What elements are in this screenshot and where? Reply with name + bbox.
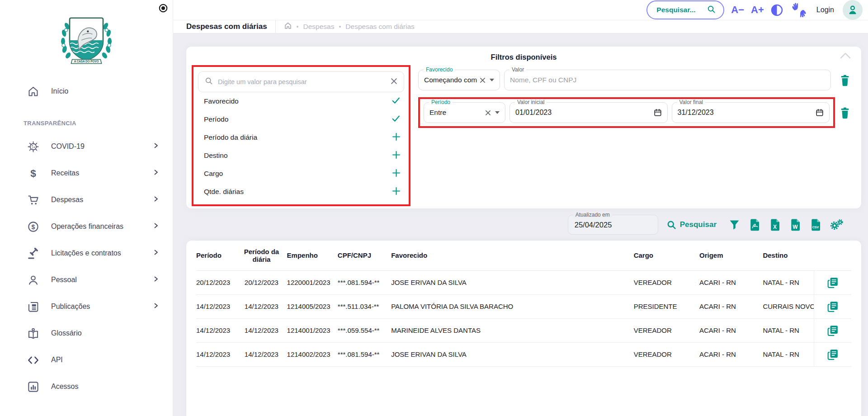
favorecido-value-field[interactable]: Valor xyxy=(504,70,831,90)
sidebar-item-receitas[interactable]: $ Receitas xyxy=(0,163,173,183)
collapse-chevron-icon[interactable] xyxy=(840,52,851,61)
cell-destino: NATAL - RN xyxy=(763,270,814,294)
sidebar: A CASA DO POVO Início TRANSPARÊNCIA COVI… xyxy=(0,0,173,416)
search-results-button[interactable]: Pesquisar xyxy=(667,220,717,230)
plus-icon[interactable] xyxy=(392,132,401,143)
periodo-operator-select[interactable]: Período Entre xyxy=(424,102,505,123)
font-increase-button[interactable]: A+ xyxy=(751,5,764,15)
cell-favorecido: PALOMA VITÓRIA DA SILVA BARACHO xyxy=(391,294,633,318)
favorecido-operator-select[interactable]: Favorecido Começando com xyxy=(418,70,500,90)
filter-option-favorecido[interactable]: Favorecido xyxy=(198,92,404,110)
favorecido-operator-value: Começando com xyxy=(424,76,477,84)
record-indicator-icon xyxy=(158,3,168,15)
sidebar-item-licitacoes-contratos[interactable]: Licitações e contratos xyxy=(0,243,173,263)
row-details-button[interactable] xyxy=(827,325,839,336)
breadcrumb-separator: • xyxy=(297,23,299,30)
export-word-button[interactable]: W xyxy=(788,218,802,232)
periodo-end-date-value[interactable]: 31/12/2023 xyxy=(678,109,714,117)
plus-icon[interactable] xyxy=(392,169,401,179)
breadcrumb-item-despesas[interactable]: Despesas xyxy=(303,23,335,31)
global-search-input[interactable] xyxy=(656,6,703,14)
filter-option-periodo[interactable]: Período xyxy=(198,110,404,128)
sidebar-item-label: Início xyxy=(51,87,159,95)
results-table-card: Período Período da diária Empenho CPF/CN… xyxy=(186,241,861,416)
global-search[interactable] xyxy=(646,0,724,19)
chevron-right-icon xyxy=(153,276,159,284)
valor-inicial-label: Valor inicial xyxy=(515,99,547,105)
filter-option-qtde-diarias[interactable]: Qtde. diárias xyxy=(198,183,404,201)
municipal-crest-logo[interactable]: A CASA DO POVO xyxy=(52,14,120,67)
sign-language-icon[interactable] xyxy=(790,3,807,17)
sidebar-item-acessos[interactable]: Acessos xyxy=(0,377,173,397)
sidebar-item-glossario[interactable]: Glossário xyxy=(0,323,173,343)
check-icon[interactable] xyxy=(391,96,401,107)
sidebar-item-label: Receitas xyxy=(51,169,153,177)
sidebar-item-publicacoes[interactable]: Publicações xyxy=(0,297,173,317)
plus-icon[interactable] xyxy=(392,151,401,161)
user-avatar-button[interactable] xyxy=(843,0,863,20)
col-header-empenho: Empenho xyxy=(287,241,338,270)
favorecido-value-input[interactable] xyxy=(510,76,825,84)
cell-periodo-diaria: 14/12/2023 xyxy=(240,294,287,318)
filter-option-periodo-da-diaria[interactable]: Período da diária xyxy=(198,128,404,147)
periodo-start-date-field[interactable]: Valor inicial 01/01/2023 xyxy=(509,102,668,123)
calendar-icon[interactable] xyxy=(654,109,662,117)
clear-icon[interactable] xyxy=(480,77,486,83)
login-button[interactable]: Login xyxy=(816,6,834,14)
chevron-down-icon[interactable] xyxy=(495,111,500,114)
pdf-file-icon xyxy=(749,218,760,232)
sidebar-item-inicio[interactable]: Início xyxy=(0,81,173,101)
chevron-right-icon xyxy=(153,303,159,311)
sidebar-item-operacoes-financeiras[interactable]: $ Operações financeiras xyxy=(0,217,173,236)
updated-at-field[interactable]: Atualizado em 25/04/2025 xyxy=(568,215,658,235)
table-row: 20/12/2023 20/12/2023 1220001/2023 ***.0… xyxy=(196,270,851,294)
filter-options-search[interactable] xyxy=(198,71,404,92)
export-csv-button[interactable]: CSV xyxy=(808,218,823,232)
filter-icon-button[interactable] xyxy=(727,219,741,231)
clear-icon[interactable] xyxy=(391,78,397,86)
sidebar-item-pessoal[interactable]: Pessoal xyxy=(0,270,173,290)
search-icon[interactable] xyxy=(707,5,716,15)
sidebar-item-api[interactable]: API xyxy=(0,350,173,370)
periodo-filter-row annotation-red-box: Período Entre xyxy=(418,97,835,128)
filter-options-search-input[interactable] xyxy=(218,78,386,85)
svg-text:CSV: CSV xyxy=(812,225,819,228)
periodo-operator-value: Entre xyxy=(429,109,446,117)
filter-option-cargo[interactable]: Cargo xyxy=(198,165,404,183)
filter-option-label: Qtde. diárias xyxy=(204,188,244,196)
export-excel-button[interactable]: X xyxy=(768,218,782,232)
table-row: 14/12/2023 14/12/2023 1214001/2023 ***.0… xyxy=(196,318,851,342)
cell-origem: ACARI - RN xyxy=(699,342,763,366)
contrast-icon[interactable] xyxy=(771,4,783,16)
export-pdf-button[interactable] xyxy=(747,218,762,232)
clear-icon[interactable] xyxy=(485,110,491,116)
calendar-icon[interactable] xyxy=(816,109,824,117)
breadcrumb: • Despesas • Despesas com diárias xyxy=(284,22,415,32)
row-details-button[interactable] xyxy=(827,277,839,288)
cell-favorecido: MARINEIDE ALVES DANTAS xyxy=(391,318,633,342)
periodo-start-date-value[interactable]: 01/01/2023 xyxy=(515,109,552,117)
col-header-origem: Origem xyxy=(699,241,763,270)
sidebar-item-covid19[interactable]: COVID-19 xyxy=(0,137,173,156)
sidebar-section-transparencia: TRANSPARÊNCIA xyxy=(0,108,173,137)
chevron-down-icon[interactable] xyxy=(490,79,494,81)
plus-icon[interactable] xyxy=(392,187,401,197)
valor-final-label: Valor final xyxy=(677,99,705,105)
column-settings-button[interactable] xyxy=(829,218,843,232)
row-details-button[interactable] xyxy=(827,349,839,360)
check-icon[interactable] xyxy=(391,114,401,125)
cell-periodo: 20/12/2023 xyxy=(196,270,240,294)
filter-option-label: Destino xyxy=(204,151,228,160)
crest-banner-text: A CASA DO POVO xyxy=(74,60,99,63)
font-decrease-button[interactable]: A− xyxy=(731,5,744,15)
breadcrumb-separator: • xyxy=(339,23,341,30)
breadcrumb-home-icon[interactable] xyxy=(284,22,292,32)
filter-option-destino[interactable]: Destino xyxy=(198,147,404,165)
remove-periodo-filter-button[interactable] xyxy=(835,107,855,119)
cell-empenho: 1220001/2023 xyxy=(287,270,338,294)
remove-favorecido-filter-button[interactable] xyxy=(835,74,855,86)
cell-destino: CURRAIS NOVOS - RN xyxy=(763,294,814,318)
periodo-end-date-field[interactable]: Valor final 31/12/2023 xyxy=(672,102,830,123)
sidebar-item-despesas[interactable]: Despesas xyxy=(0,190,173,210)
row-details-button[interactable] xyxy=(827,301,839,312)
